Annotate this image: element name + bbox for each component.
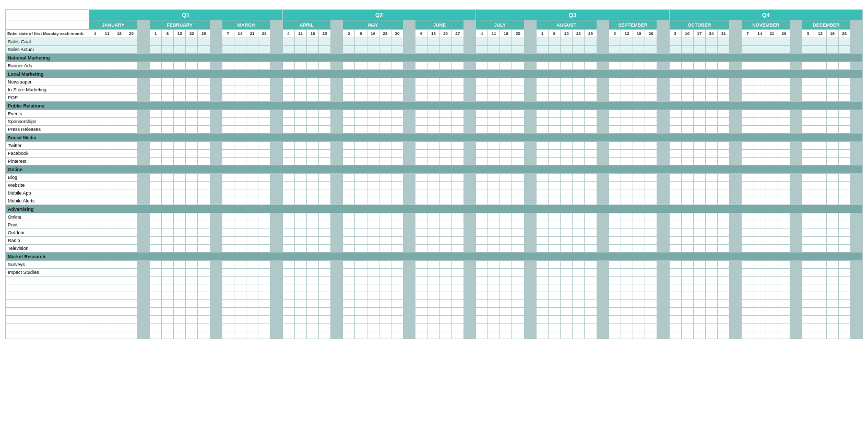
data-cell[interactable] [633, 86, 645, 94]
data-cell[interactable] [754, 182, 766, 189]
data-cell[interactable] [778, 158, 790, 165]
data-cell[interactable] [174, 110, 186, 118]
data-cell[interactable] [379, 110, 391, 118]
data-cell[interactable] [609, 292, 621, 300]
data-cell[interactable] [89, 308, 101, 316]
data-cell[interactable] [838, 126, 850, 134]
data-cell[interactable] [645, 86, 657, 94]
data-cell[interactable] [814, 118, 826, 126]
data-cell[interactable] [318, 174, 330, 182]
data-cell[interactable] [367, 300, 379, 308]
data-cell[interactable] [161, 174, 173, 182]
data-cell[interactable] [669, 126, 681, 134]
data-cell[interactable] [512, 245, 524, 253]
data-cell[interactable] [573, 142, 585, 150]
data-cell[interactable] [826, 300, 838, 308]
data-cell[interactable] [258, 221, 270, 229]
data-cell[interactable] [826, 126, 838, 134]
data-cell[interactable] [391, 245, 403, 253]
data-cell[interactable] [633, 182, 645, 189]
data-cell[interactable] [355, 213, 367, 221]
data-cell[interactable] [246, 110, 258, 118]
data-cell[interactable] [645, 46, 657, 54]
data-cell[interactable] [439, 174, 451, 182]
data-cell[interactable] [113, 213, 125, 221]
data-cell[interactable] [415, 213, 427, 221]
data-cell[interactable] [258, 86, 270, 94]
data-cell[interactable] [488, 284, 500, 292]
data-cell[interactable] [561, 284, 573, 292]
data-cell[interactable] [536, 78, 548, 86]
data-cell[interactable] [174, 38, 186, 46]
data-cell[interactable] [548, 110, 560, 118]
data-cell[interactable] [294, 86, 306, 94]
data-cell[interactable] [451, 331, 463, 339]
data-cell[interactable] [802, 118, 814, 126]
data-cell[interactable] [512, 110, 524, 118]
data-cell[interactable] [282, 245, 294, 253]
data-cell[interactable] [198, 46, 210, 54]
data-cell[interactable] [609, 308, 621, 316]
data-cell[interactable] [161, 86, 173, 94]
data-cell[interactable] [512, 182, 524, 189]
data-cell[interactable] [294, 261, 306, 269]
data-cell[interactable] [234, 292, 246, 300]
data-cell[interactable] [306, 174, 318, 182]
data-cell[interactable] [754, 46, 766, 54]
data-cell[interactable] [669, 62, 681, 70]
data-cell[interactable] [645, 261, 657, 269]
data-cell[interactable] [573, 300, 585, 308]
data-cell[interactable] [113, 78, 125, 86]
data-cell[interactable] [585, 46, 597, 54]
data-cell[interactable] [234, 62, 246, 70]
data-cell[interactable] [621, 86, 633, 94]
data-cell[interactable] [282, 110, 294, 118]
data-cell[interactable] [379, 174, 391, 182]
data-cell[interactable] [306, 158, 318, 165]
data-cell[interactable] [766, 261, 778, 269]
data-cell[interactable] [391, 261, 403, 269]
data-cell[interactable] [645, 237, 657, 245]
data-cell[interactable] [101, 94, 113, 102]
data-cell[interactable] [451, 118, 463, 126]
data-cell[interactable] [415, 158, 427, 165]
data-cell[interactable] [379, 277, 391, 284]
data-cell[interactable] [367, 46, 379, 54]
data-cell[interactable] [609, 38, 621, 46]
data-cell[interactable] [343, 197, 355, 205]
data-cell[interactable] [718, 189, 730, 197]
data-cell[interactable] [222, 229, 234, 237]
data-cell[interactable] [536, 284, 548, 292]
data-cell[interactable] [391, 126, 403, 134]
data-cell[interactable] [246, 323, 258, 331]
data-cell[interactable] [476, 213, 488, 221]
data-cell[interactable] [89, 150, 101, 158]
data-cell[interactable] [234, 229, 246, 237]
data-cell[interactable] [198, 78, 210, 86]
data-cell[interactable] [258, 292, 270, 300]
data-cell[interactable] [814, 300, 826, 308]
data-cell[interactable] [258, 269, 270, 277]
data-cell[interactable] [198, 277, 210, 284]
data-cell[interactable] [693, 277, 705, 284]
data-cell[interactable] [451, 323, 463, 331]
data-cell[interactable] [246, 331, 258, 339]
data-cell[interactable] [149, 323, 161, 331]
data-cell[interactable] [573, 182, 585, 189]
data-cell[interactable] [561, 269, 573, 277]
data-cell[interactable] [198, 229, 210, 237]
data-cell[interactable] [125, 316, 137, 323]
data-cell[interactable] [561, 110, 573, 118]
data-cell[interactable] [609, 86, 621, 94]
data-cell[interactable] [294, 269, 306, 277]
data-cell[interactable] [379, 46, 391, 54]
data-cell[interactable] [367, 158, 379, 165]
data-cell[interactable] [826, 110, 838, 118]
data-cell[interactable] [282, 323, 294, 331]
data-cell[interactable] [488, 174, 500, 182]
data-cell[interactable] [343, 213, 355, 221]
data-cell[interactable] [294, 221, 306, 229]
data-cell[interactable] [161, 158, 173, 165]
data-cell[interactable] [125, 78, 137, 86]
data-cell[interactable] [488, 245, 500, 253]
